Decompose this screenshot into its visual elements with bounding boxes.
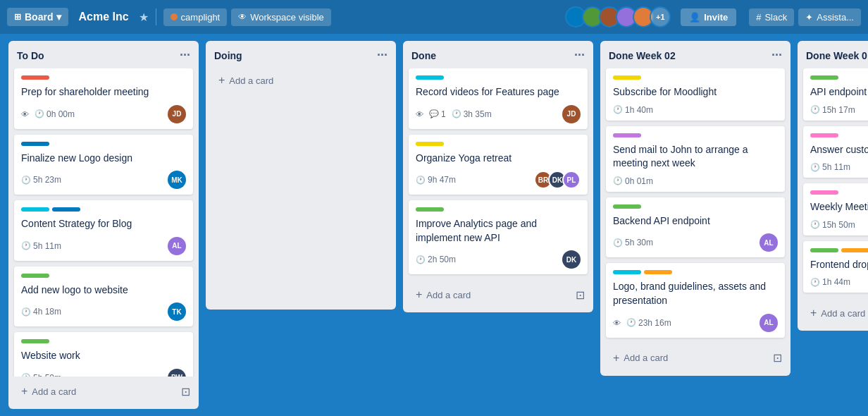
label-red — [21, 75, 49, 80]
card-comment-meta: 💬1 — [429, 109, 446, 119]
plus-icon: + — [810, 307, 817, 319]
card[interactable]: Finalize new Logo design🕐5h 23mMK — [14, 135, 193, 195]
add-card-footer: + Add a card ⊡ — [403, 280, 593, 312]
column-done-week0: Done Week 0 ···API endpoint t...🕐15h 17m… — [798, 41, 868, 331]
label-teal — [613, 270, 641, 274]
card-avatar: PW — [168, 369, 186, 377]
add-card-button[interactable]: + Add a card — [803, 301, 868, 325]
clock-icon: 🕐 — [21, 307, 31, 317]
add-card-button[interactable]: + Add a card — [211, 68, 390, 92]
workspace-visible-label: Workspace visible — [250, 12, 324, 23]
card-avatar: JD — [168, 105, 186, 123]
card-title: Subscribe for Moodlight — [613, 85, 778, 99]
column-done-week02: Done Week 02 ···Subscribe for Moodlight🕐… — [600, 41, 790, 376]
invite-button[interactable]: 👤 Invite — [681, 8, 736, 26]
template-icon[interactable]: ⊡ — [178, 382, 193, 401]
card[interactable]: Send mail to John to arrange a meeting n… — [606, 126, 785, 192]
label-green — [810, 248, 838, 252]
avatar-overflow-count[interactable]: +1 — [650, 6, 671, 27]
card[interactable]: Weekly Meeti...🕐15h 50m — [803, 183, 868, 235]
card-meta-left: 🕐5h 11m — [810, 162, 850, 172]
card-labels — [613, 204, 778, 209]
card[interactable]: Logo, brand guidelines, assets and prese… — [606, 263, 785, 337]
card-labels — [810, 75, 868, 80]
label-teal — [21, 207, 49, 212]
column-header-todo: To Do ··· — [8, 41, 199, 68]
card-meta-left: 🕐9h 47m — [416, 175, 456, 185]
column-title: Doing — [214, 50, 242, 61]
assist-button[interactable]: ✦ Assista... — [798, 8, 861, 26]
top-navigation: ⊞ Board ▾ Acme Inc ★ camplight 👁 Workspa… — [0, 0, 868, 34]
add-card-button[interactable]: + Add a card — [606, 346, 770, 370]
add-card-button[interactable]: + Add a card — [14, 379, 178, 403]
card-title: Website work — [21, 349, 186, 363]
card-meta: 🕐5h 23mMK — [21, 171, 186, 189]
card-meta-left: 🕐5h 23m — [21, 175, 61, 185]
card-meta: 🕐2h 50mDK — [416, 250, 581, 269]
column-done: Done ···Record videos for Features page👁… — [403, 41, 593, 312]
card[interactable]: Prep for shareholder meeting👁🕐0h 00mJD — [14, 68, 193, 129]
label-pink — [810, 190, 838, 195]
card-meta-left: 🕐1h 40m — [613, 105, 653, 115]
card[interactable]: Answer custo...🕐5h 11m — [803, 126, 868, 178]
eye-icon: 👁 — [416, 110, 423, 118]
eye-icon: 👁 — [21, 110, 29, 118]
clock-icon: 🕐 — [416, 255, 426, 264]
card-eye-meta: 👁 — [613, 319, 621, 327]
label-green — [613, 204, 641, 209]
card-meta: 🕐5h 30mAL — [613, 233, 778, 252]
eye-icon: 👁 — [613, 319, 621, 327]
column-doing: Doing ···+ Add a card — [206, 41, 396, 310]
card-title: Prep for shareholder meeting — [21, 85, 186, 99]
card[interactable]: Subscribe for Moodlight🕐1h 40m — [606, 68, 785, 121]
card-meta-left: 🕐0h 01m — [613, 176, 653, 186]
card-labels — [416, 207, 581, 212]
column-more-icon[interactable]: ··· — [180, 48, 190, 63]
clock-icon: 🕐 — [416, 176, 426, 185]
column-more-icon[interactable]: ··· — [574, 48, 585, 63]
camplight-button[interactable]: camplight — [163, 8, 228, 26]
card-meta: 🕐1h 40m — [613, 105, 778, 115]
assist-label: Assista... — [817, 12, 854, 23]
card-meta-left: 🕐15h 17m — [810, 105, 855, 115]
workspace-visible-button[interactable]: 👁 Workspace visible — [231, 8, 331, 26]
card[interactable]: Improve Analytics page and implement new… — [409, 200, 588, 274]
label-green — [416, 207, 444, 212]
doing-empty-area — [211, 98, 390, 310]
clock-icon: 🕐 — [810, 278, 820, 287]
slack-button[interactable]: # Slack — [749, 8, 794, 26]
card[interactable]: Website work🕐5h 50mPW — [14, 332, 193, 377]
template-icon[interactable]: ⊡ — [770, 348, 785, 367]
star-icon[interactable]: ★ — [139, 11, 149, 24]
card-eye-meta: 👁 — [21, 110, 29, 118]
card-title: Record videos for Features page — [416, 85, 581, 99]
card-title: Finalize new Logo design — [21, 152, 186, 166]
column-body-todo: Prep for shareholder meeting👁🕐0h 00mJDFi… — [8, 68, 199, 377]
label-orange — [644, 270, 672, 274]
label-yellow — [416, 142, 444, 146]
card-time: 9h 47m — [428, 175, 456, 185]
card[interactable]: Add new logo to website🕐4h 18mTK — [14, 267, 193, 327]
card[interactable]: Organize Yoga retreat🕐9h 47mBRDKPL — [409, 135, 588, 195]
card-time: 0h 01m — [625, 176, 653, 186]
add-card-label: Add a card — [426, 290, 471, 300]
card[interactable]: Content Strategy for Blog🕐5h 11mAL — [14, 200, 193, 261]
column-more-icon[interactable]: ··· — [771, 48, 782, 63]
board-button[interactable]: ⊞ Board ▾ — [7, 8, 68, 26]
plus-icon: + — [21, 385, 27, 398]
card[interactable]: Frontend drop...🕐1h 44m — [803, 241, 868, 293]
clock-icon: 🕐 — [613, 176, 623, 185]
card-time-meta: 🕐15h 17m — [810, 105, 855, 115]
card-time: 1h 44m — [822, 277, 850, 287]
template-icon[interactable]: ⊡ — [573, 286, 588, 305]
clock-icon: 🕐 — [613, 238, 623, 247]
column-more-icon[interactable]: ··· — [377, 48, 388, 63]
card-avatar: JD — [562, 105, 581, 123]
card[interactable]: Backend API endpoint🕐5h 30mAL — [606, 197, 785, 258]
card-labels — [810, 248, 868, 252]
card[interactable]: Record videos for Features page👁💬1🕐3h 35… — [409, 68, 588, 129]
comment-count: 1 — [441, 109, 446, 119]
card[interactable]: API endpoint t...🕐15h 17m — [803, 68, 868, 121]
add-card-button[interactable]: + Add a card — [409, 283, 573, 307]
add-card-footer: + Add a card ⊡ — [798, 298, 868, 331]
